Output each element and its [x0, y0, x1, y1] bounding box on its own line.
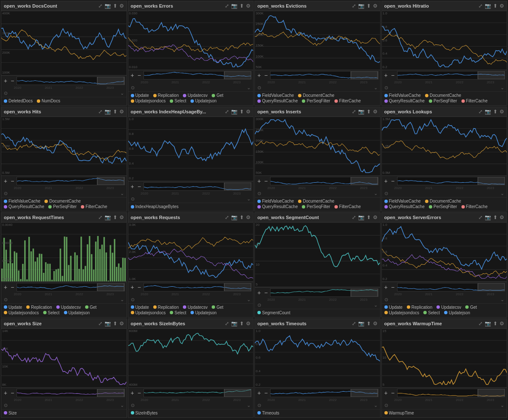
legend-item[interactable]: DocumentCache [298, 199, 334, 203]
zoom-in-button[interactable]: + [257, 390, 262, 396]
share-icon[interactable]: ⬆ [240, 321, 244, 327]
legend-item[interactable]: PerSeqFilter [48, 204, 77, 209]
legend-collapse-chevron[interactable]: ⌄ [247, 297, 251, 302]
options-icon[interactable]: ⊙ [4, 297, 8, 302]
camera-icon[interactable]: 📷 [485, 109, 491, 115]
share-icon[interactable]: ⬆ [493, 214, 497, 220]
camera-icon[interactable]: 📷 [485, 321, 491, 327]
legend-item[interactable]: Update [131, 93, 149, 98]
settings-icon[interactable]: ⚙ [119, 321, 124, 327]
legend-item[interactable]: Select [170, 99, 186, 103]
legend-item[interactable]: PerSeqFilter [302, 99, 330, 103]
settings-icon[interactable]: ⚙ [500, 214, 504, 220]
legend-item[interactable]: Get [212, 305, 223, 310]
minimap[interactable] [270, 288, 378, 297]
legend-collapse-chevron[interactable]: ⌄ [500, 297, 504, 302]
legend-collapse-chevron[interactable]: ⌄ [247, 196, 251, 202]
legend-item[interactable]: Get [212, 93, 223, 98]
legend-collapse-chevron[interactable]: ⌄ [120, 403, 124, 408]
legend-collapse-chevron[interactable]: ⌄ [500, 191, 504, 196]
share-icon[interactable]: ⬆ [240, 3, 244, 9]
legend-item[interactable]: Get [85, 305, 97, 310]
expand-icon[interactable]: ⤢ [225, 3, 229, 9]
legend-item[interactable]: FilterCache [461, 204, 488, 209]
legend-item[interactable]: Select [423, 310, 440, 315]
camera-icon[interactable]: 📷 [485, 214, 491, 220]
camera-icon[interactable]: 📷 [358, 109, 364, 115]
zoom-in-button[interactable]: + [130, 184, 135, 189]
legend-collapse-chevron[interactable]: ⌄ [374, 302, 378, 308]
minimap[interactable] [270, 177, 378, 185]
expand-icon[interactable]: ⤢ [225, 214, 229, 220]
share-icon[interactable]: ⬆ [493, 3, 497, 9]
zoom-out-button[interactable]: − [137, 390, 142, 396]
minimap[interactable] [17, 177, 124, 185]
legend-item[interactable]: Size [4, 411, 17, 415]
expand-icon[interactable]: ⤢ [98, 214, 102, 220]
camera-icon[interactable]: 📷 [105, 214, 111, 220]
legend-item[interactable]: QueryResultCache [257, 204, 298, 209]
legend-item[interactable]: Updatejsondocs [384, 310, 420, 315]
legend-item[interactable]: DocumentCache [44, 199, 80, 203]
options-icon[interactable]: ⊙ [257, 191, 261, 196]
zoom-out-button[interactable]: − [263, 178, 268, 184]
options-icon[interactable]: ⊙ [131, 403, 135, 408]
zoom-out-button[interactable]: − [263, 290, 268, 296]
settings-icon[interactable]: ⚙ [119, 109, 124, 115]
camera-icon[interactable]: 📷 [231, 321, 237, 327]
settings-icon[interactable]: ⚙ [373, 214, 378, 220]
legend-item[interactable]: Updatecsv [436, 305, 461, 310]
legend-item[interactable]: FieldValueCache [4, 199, 40, 203]
legend-item[interactable]: FieldValueCache [384, 199, 421, 203]
share-icon[interactable]: ⬆ [367, 321, 371, 327]
zoom-out-button[interactable]: − [390, 178, 395, 184]
share-icon[interactable]: ⬆ [367, 3, 371, 9]
minimap[interactable] [270, 389, 378, 397]
legend-item[interactable]: Replication [407, 305, 432, 310]
options-icon[interactable]: ⊙ [384, 403, 388, 408]
expand-icon[interactable]: ⤢ [478, 321, 483, 327]
legend-collapse-chevron[interactable]: ⌄ [374, 403, 378, 408]
options-icon[interactable]: ⊙ [384, 297, 388, 302]
legend-item[interactable]: QueryResultCache [4, 204, 44, 209]
options-icon[interactable]: ⊙ [384, 85, 388, 91]
settings-icon[interactable]: ⚙ [246, 109, 251, 115]
options-icon[interactable]: ⊙ [4, 403, 8, 408]
legend-item[interactable]: Select [170, 310, 186, 315]
camera-icon[interactable]: 📷 [358, 214, 364, 220]
options-icon[interactable]: ⊙ [257, 403, 261, 408]
minimap[interactable] [397, 177, 505, 185]
legend-item[interactable]: FilterCache [461, 99, 488, 103]
legend-item[interactable]: Updatejsondocs [4, 310, 39, 315]
legend-collapse-chevron[interactable]: ⌄ [247, 403, 251, 408]
minimap[interactable] [144, 283, 251, 291]
options-icon[interactable]: ⊙ [131, 85, 135, 91]
zoom-out-button[interactable]: − [263, 390, 268, 396]
settings-icon[interactable]: ⚙ [373, 109, 378, 115]
camera-icon[interactable]: 📷 [485, 3, 491, 9]
expand-icon[interactable]: ⤢ [98, 3, 102, 9]
legend-item[interactable]: PerSeqFilter [429, 99, 457, 103]
zoom-out-button[interactable]: − [137, 284, 142, 290]
legend-collapse-chevron[interactable]: ⌄ [120, 91, 124, 96]
share-icon[interactable]: ⬆ [493, 109, 497, 115]
zoom-in-button[interactable]: + [257, 290, 262, 296]
legend-item[interactable]: Updatejson [190, 310, 217, 315]
legend-item[interactable]: DeletedDocs [4, 99, 33, 103]
legend-item[interactable]: FieldValueCache [384, 93, 421, 98]
legend-item[interactable]: Updatejson [64, 310, 90, 315]
legend-item[interactable]: Updatecsv [183, 305, 207, 310]
zoom-out-button[interactable]: − [263, 72, 268, 78]
legend-item[interactable]: Select [43, 310, 60, 315]
legend-item[interactable]: Replication [153, 93, 179, 98]
legend-item[interactable]: FilterCache [81, 204, 107, 209]
settings-icon[interactable]: ⚙ [500, 3, 504, 9]
minimap[interactable] [144, 389, 251, 397]
zoom-in-button[interactable]: + [3, 390, 8, 396]
zoom-out-button[interactable]: − [10, 178, 15, 184]
legend-item[interactable]: FilterCache [334, 204, 361, 209]
settings-icon[interactable]: ⚙ [373, 3, 378, 9]
legend-collapse-chevron[interactable]: ⌄ [374, 85, 378, 91]
zoom-out-button[interactable]: − [10, 78, 15, 84]
zoom-out-button[interactable]: − [10, 390, 15, 396]
